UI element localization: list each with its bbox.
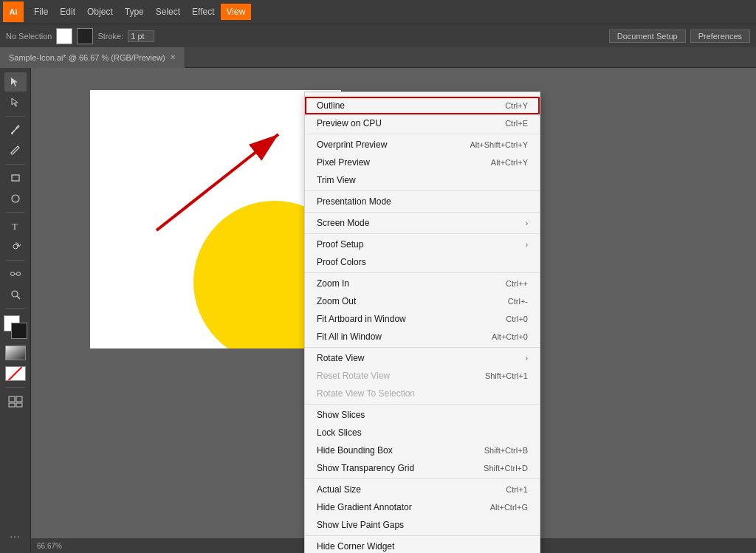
svg-point-8: [12, 291, 18, 297]
menu-item-hide-corner-widget[interactable]: Hide Corner Widget: [305, 537, 540, 553]
svg-point-2: [12, 195, 19, 202]
view-menu-section-8: Show Slices Lock Slices Hide Bounding Bo…: [305, 405, 540, 479]
tab-title: Sample-Icon.ai* @ 66.67 % (RGB/Preview): [9, 53, 165, 62]
brush-tool-button[interactable]: [4, 141, 27, 160]
direct-select-tool-button[interactable]: [4, 93, 27, 112]
type-tool-button[interactable]: T: [4, 216, 27, 236]
tool-separator-3: [6, 212, 25, 213]
menu-item-fit-all[interactable]: Fit All in Window Alt+Ctrl+0: [305, 328, 540, 346]
menu-item-lock-slices[interactable]: Lock Slices: [305, 424, 540, 442]
tool-separator-5: [6, 308, 25, 309]
tab-bar: Sample-Icon.ai* @ 66.67 % (RGB/Preview) …: [0, 47, 756, 68]
pen-tool-button[interactable]: [4, 120, 27, 140]
menu-item-screen-mode[interactable]: Screen Mode ›: [305, 214, 540, 232]
menu-item-pixel-preview[interactable]: Pixel Preview Alt+Ctrl+Y: [305, 154, 540, 171]
more-tools-button[interactable]: ···: [4, 526, 27, 546]
canvas-area[interactable]: Outline Ctrl+Y Preview on CPU Ctrl+E Ove…: [31, 68, 756, 553]
menu-item-hide-bounding-box[interactable]: Hide Bounding Box Shift+Ctrl+B: [305, 442, 540, 459]
menu-object[interactable]: Object: [81, 4, 119, 20]
menu-effect[interactable]: Effect: [186, 4, 220, 20]
no-selection-label: No Selection: [6, 32, 52, 41]
menu-item-rotate-view-to-selection: Rotate View To Selection: [305, 385, 540, 402]
menu-item-outline[interactable]: Outline Ctrl+Y: [305, 97, 540, 114]
view-menu-section-3: Presentation Mode: [305, 191, 540, 213]
control-toolbar: No Selection Stroke: Document Setup Pref…: [0, 24, 756, 47]
view-menu-section-6: Zoom In Ctrl++ Zoom Out Ctrl+- Fit Artbo…: [305, 273, 540, 348]
artboards-button[interactable]: [4, 391, 27, 411]
view-menu-section-4: Screen Mode ›: [305, 213, 540, 234]
menu-item-rotate-view[interactable]: Rotate View ›: [305, 349, 540, 367]
zoom-level: 66.67%: [37, 542, 62, 550]
document-setup-button[interactable]: Document Setup: [609, 30, 686, 43]
tool-separator-4: [6, 260, 25, 261]
menu-view[interactable]: View: [221, 4, 252, 20]
menu-select[interactable]: Select: [150, 4, 186, 20]
tool-separator-2: [6, 164, 25, 165]
menu-item-preview-on-cpu[interactable]: Preview on CPU Ctrl+E: [305, 114, 540, 132]
svg-text:T: T: [12, 221, 18, 231]
svg-point-6: [16, 272, 20, 276]
ellipse-tool-button[interactable]: [4, 189, 27, 208]
svg-rect-10: [9, 396, 15, 402]
view-menu-section-9: Actual Size Ctrl+1 Hide Gradient Annotat…: [305, 479, 540, 536]
menu-item-reset-rotate-view: Reset Rotate View Shift+Ctrl+1: [305, 367, 540, 385]
view-menu-dropdown: Outline Ctrl+Y Preview on CPU Ctrl+E Ove…: [304, 92, 540, 553]
svg-rect-1: [12, 175, 19, 181]
menu-item-trim-view[interactable]: Trim View: [305, 171, 540, 189]
svg-point-4: [13, 244, 18, 249]
menu-edit[interactable]: Edit: [54, 4, 81, 20]
tab-close-button[interactable]: ✕: [170, 53, 176, 61]
view-menu-section-10: Hide Corner Widget Hide Edges Ctrl+H: [305, 536, 540, 553]
view-menu-section-5: Proof Setup › Proof Colors: [305, 234, 540, 273]
none-button[interactable]: [4, 364, 27, 383]
menu-item-presentation-mode[interactable]: Presentation Mode: [305, 193, 540, 210]
stroke-label: Stroke:: [97, 32, 123, 41]
menu-item-show-transparency-grid[interactable]: Show Transparency Grid Shift+Ctrl+D: [305, 459, 540, 477]
tool-separator-6: [6, 387, 25, 388]
menu-item-zoom-in[interactable]: Zoom In Ctrl++: [305, 275, 540, 292]
svg-point-5: [10, 272, 14, 276]
svg-rect-11: [16, 396, 22, 402]
zoom-tool-button[interactable]: [4, 285, 27, 304]
none-icon: [5, 366, 26, 381]
menu-item-show-live-paint-gaps[interactable]: Show Live Paint Gaps: [305, 516, 540, 534]
gradient-button[interactable]: [4, 343, 27, 363]
menu-item-hide-gradient-annotator[interactable]: Hide Gradient Annotator Alt+Ctrl+G: [305, 498, 540, 516]
menu-item-overprint-preview[interactable]: Overprint Preview Alt+Shift+Ctrl+Y: [305, 136, 540, 154]
rectangle-tool-button[interactable]: [4, 168, 27, 188]
svg-point-0: [11, 132, 13, 134]
stroke-value-input[interactable]: [128, 30, 154, 42]
menu-type[interactable]: Type: [119, 4, 150, 20]
view-menu-section-1: Outline Ctrl+Y Preview on CPU Ctrl+E: [305, 95, 540, 134]
left-toolbar: T ···: [0, 68, 31, 553]
main-layout: T ···: [0, 68, 756, 553]
app-logo: Ai: [3, 1, 24, 22]
menu-item-zoom-out[interactable]: Zoom Out Ctrl+-: [305, 292, 540, 310]
select-tool-button[interactable]: [4, 72, 27, 92]
menu-file[interactable]: File: [28, 4, 54, 20]
svg-line-9: [17, 296, 20, 299]
menu-bar: Ai File Edit Object Type Select Effect V…: [0, 0, 756, 24]
color-pair: [2, 315, 29, 339]
rotate-tool-button[interactable]: [4, 237, 27, 256]
view-menu-section-2: Overprint Preview Alt+Shift+Ctrl+Y Pixel…: [305, 134, 540, 191]
svg-rect-12: [9, 403, 15, 407]
menu-item-actual-size[interactable]: Actual Size Ctrl+1: [305, 481, 540, 498]
artboard: [90, 90, 341, 348]
menu-item-fit-artboard[interactable]: Fit Artboard in Window Ctrl+0: [305, 310, 540, 328]
preferences-button[interactable]: Preferences: [690, 30, 750, 43]
view-menu-section-7: Rotate View › Reset Rotate View Shift+Ct…: [305, 348, 540, 405]
menu-item-proof-setup[interactable]: Proof Setup ›: [305, 236, 540, 253]
menu-item-show-slices[interactable]: Show Slices: [305, 406, 540, 424]
menu-item-proof-colors[interactable]: Proof Colors: [305, 253, 540, 271]
background-color[interactable]: [11, 323, 27, 339]
blend-tool-button[interactable]: [4, 264, 27, 284]
stroke-color-swatch[interactable]: [77, 28, 93, 44]
document-tab[interactable]: Sample-Icon.ai* @ 66.67 % (RGB/Preview) …: [0, 47, 185, 68]
gradient-icon: [5, 346, 26, 360]
fill-color-swatch[interactable]: [56, 28, 72, 44]
tool-separator-1: [6, 116, 25, 117]
svg-rect-13: [16, 403, 22, 407]
